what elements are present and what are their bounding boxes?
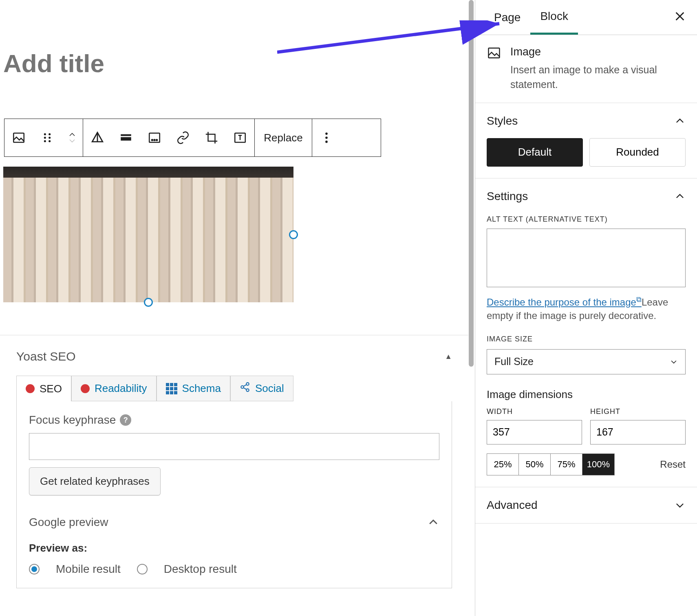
- alt-text-input[interactable]: [487, 229, 686, 287]
- style-default-button[interactable]: Default: [487, 138, 583, 167]
- block-title: Image: [510, 46, 686, 58]
- tab-readability[interactable]: Readability: [71, 376, 157, 401]
- help-icon[interactable]: ?: [120, 414, 131, 426]
- post-title-input[interactable]: [0, 0, 468, 78]
- block-toolbar: Replace: [4, 119, 381, 157]
- move-updown[interactable]: [62, 132, 83, 143]
- alt-help-link[interactable]: Describe the purpose of the image⧉: [487, 297, 642, 308]
- chevron-up-icon: [674, 191, 686, 202]
- close-sidebar-button[interactable]: [673, 10, 686, 24]
- yoast-panel: Yoast SEO ▲ SEO Readability Schema Socia…: [0, 335, 468, 588]
- svg-point-13: [156, 139, 157, 141]
- resize-handle-right[interactable]: [289, 230, 298, 239]
- image-icon: [487, 46, 501, 60]
- styles-panel-header[interactable]: Styles: [487, 114, 686, 128]
- svg-point-5: [49, 136, 51, 139]
- caption-icon[interactable]: [140, 119, 169, 156]
- advanced-panel-header[interactable]: Advanced: [487, 499, 686, 512]
- align-icon[interactable]: [83, 119, 112, 156]
- drag-handle-icon[interactable]: [33, 119, 62, 156]
- width-input[interactable]: [487, 420, 582, 444]
- svg-rect-0: [13, 133, 24, 143]
- status-dot-icon: [26, 384, 35, 393]
- image-block[interactable]: [3, 167, 293, 302]
- keyphrase-input[interactable]: [29, 433, 439, 460]
- editor-canvas: Replace Yoast SEO ▲ SEO Readability Sche…: [0, 0, 468, 616]
- external-link-icon: ⧉: [636, 295, 642, 304]
- settings-panel-header[interactable]: Settings: [487, 190, 686, 203]
- replace-button[interactable]: Replace: [255, 119, 312, 156]
- text-overlay-icon[interactable]: [226, 119, 254, 156]
- pct-100-button[interactable]: 100%: [582, 454, 614, 475]
- height-input[interactable]: [590, 420, 686, 444]
- google-preview-header[interactable]: Google preview: [29, 516, 439, 529]
- sidebar-tabs: Page Block: [475, 0, 697, 35]
- crop-icon[interactable]: [197, 119, 226, 156]
- block-type-icon[interactable]: [4, 119, 33, 156]
- block-subtitle: Insert an image to make a visual stateme…: [510, 62, 686, 92]
- keyphrase-label: Focus keyphrase?: [29, 414, 439, 427]
- svg-rect-8: [121, 134, 131, 136]
- styles-panel: Styles Default Rounded: [475, 103, 697, 178]
- tab-block[interactable]: Block: [530, 0, 578, 35]
- chevron-down-icon: [674, 499, 686, 511]
- yoast-seo-body: Focus keyphrase? Get related keyphrases …: [16, 401, 452, 588]
- alt-text-help: Describe the purpose of the image⧉Leave …: [487, 295, 686, 323]
- percent-buttons: 25% 50% 75% 100%: [487, 453, 615, 475]
- svg-point-6: [49, 140, 51, 142]
- chevron-up-icon: [674, 115, 686, 127]
- height-label: HEIGHT: [590, 407, 686, 416]
- block-description: Image Insert an image to make a visual s…: [475, 35, 697, 103]
- svg-point-3: [44, 140, 46, 142]
- svg-point-18: [246, 383, 249, 385]
- tab-seo[interactable]: SEO: [16, 376, 71, 401]
- style-rounded-button[interactable]: Rounded: [589, 138, 686, 167]
- editor-scrollbar[interactable]: [469, 0, 474, 367]
- resize-handle-bottom[interactable]: [144, 298, 153, 307]
- svg-point-12: [154, 139, 155, 141]
- width-label: WIDTH: [487, 407, 582, 416]
- svg-point-19: [241, 386, 244, 389]
- svg-point-2: [44, 136, 46, 139]
- schema-icon: [166, 383, 177, 394]
- wide-align-icon[interactable]: [112, 119, 140, 156]
- pct-75-button[interactable]: 75%: [551, 454, 582, 475]
- svg-rect-9: [121, 137, 131, 141]
- svg-point-17: [325, 141, 328, 143]
- svg-point-20: [246, 389, 249, 392]
- pct-50-button[interactable]: 50%: [519, 454, 551, 475]
- svg-line-21: [243, 385, 247, 386]
- yoast-panel-header[interactable]: Yoast SEO ▲: [16, 345, 452, 376]
- radio-mobile[interactable]: [29, 564, 40, 574]
- tab-social[interactable]: Social: [230, 376, 293, 401]
- image-size-select[interactable]: Full Size: [487, 349, 686, 374]
- caret-up-icon: ▲: [445, 352, 452, 361]
- settings-sidebar: Page Block Image Insert an image to make…: [475, 0, 697, 616]
- status-dot-icon: [81, 384, 90, 393]
- alt-text-label: ALT TEXT (ALTERNATIVE TEXT): [487, 215, 686, 224]
- chevron-down-icon: [670, 358, 678, 366]
- svg-point-1: [44, 133, 46, 135]
- preview-as-label: Preview as:: [29, 542, 439, 554]
- svg-point-16: [325, 136, 328, 139]
- link-icon[interactable]: [169, 119, 197, 156]
- advanced-panel: Advanced: [475, 487, 697, 524]
- reset-dimensions-button[interactable]: Reset: [660, 459, 686, 470]
- pct-25-button[interactable]: 25%: [487, 454, 519, 475]
- share-icon: [240, 382, 250, 395]
- settings-panel: Settings ALT TEXT (ALTERNATIVE TEXT) Des…: [475, 178, 697, 487]
- yoast-panel-title: Yoast SEO: [16, 350, 76, 363]
- tab-page[interactable]: Page: [484, 1, 530, 34]
- get-keyphrases-button[interactable]: Get related keyphrases: [29, 467, 161, 495]
- chevron-up-icon: [427, 516, 439, 528]
- radio-desktop[interactable]: [137, 564, 148, 574]
- svg-point-4: [49, 133, 51, 135]
- svg-rect-25: [489, 48, 500, 58]
- svg-line-22: [243, 388, 247, 389]
- tab-schema[interactable]: Schema: [157, 376, 230, 401]
- svg-point-15: [325, 132, 328, 135]
- more-options-icon[interactable]: [312, 119, 341, 156]
- preview-as-radios: Mobile result Desktop result: [29, 563, 439, 576]
- yoast-tabs: SEO Readability Schema Social: [16, 376, 452, 401]
- dimensions-label: Image dimensions: [487, 388, 686, 401]
